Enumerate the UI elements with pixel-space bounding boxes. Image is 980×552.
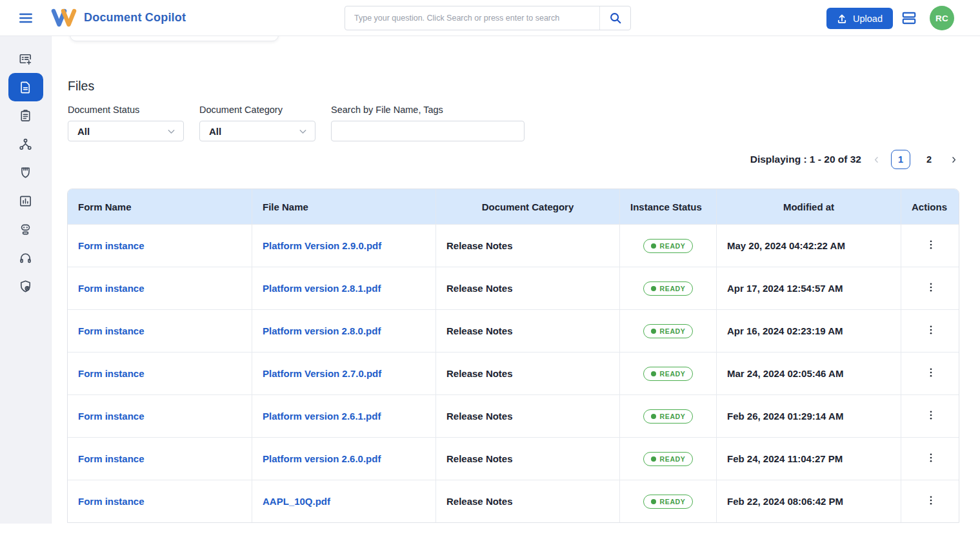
pagination-prev-button[interactable] <box>870 150 882 169</box>
global-search <box>345 6 631 30</box>
search-icon[interactable] <box>599 6 630 30</box>
sidebar-item-shield-user[interactable] <box>8 272 43 300</box>
row-actions-button[interactable] <box>920 321 942 341</box>
global-search-input[interactable] <box>345 6 599 30</box>
document-category-cell: Release Notes <box>446 240 513 251</box>
modified-at-cell: Feb 26, 2024 01:29:14 AM <box>727 411 843 422</box>
document-category-select[interactable]: All <box>199 121 315 141</box>
files-table: Form NameFile NameDocument CategoryInsta… <box>67 189 959 523</box>
table-row: Form instance AAPL_10Q.pdf Release Notes… <box>68 480 959 522</box>
row-actions-button[interactable] <box>920 363 942 383</box>
form-name-link[interactable]: Form instance <box>78 453 145 464</box>
sidebar-item-analytics[interactable] <box>8 187 43 215</box>
status-dot-icon <box>651 329 656 334</box>
form-name-link[interactable]: Form instance <box>78 411 145 422</box>
upload-button[interactable]: Upload <box>826 8 893 29</box>
page-button[interactable]: 2 <box>919 150 939 169</box>
filter-document-status: Document Status All <box>68 105 184 141</box>
row-actions-button[interactable] <box>920 491 942 511</box>
column-header: File Name <box>252 189 436 224</box>
file-name-link[interactable]: Platform version 2.8.1.pdf <box>263 283 381 294</box>
document-category-label: Document Category <box>199 105 315 115</box>
file-search-input[interactable] <box>331 121 525 141</box>
modified-at-cell: Apr 16, 2024 02:23:19 AM <box>727 325 843 336</box>
document-category-cell: Release Notes <box>446 325 513 336</box>
file-name-link[interactable]: Platform version 2.6.0.pdf <box>263 453 381 464</box>
modified-at-cell: Mar 24, 2024 02:05:46 AM <box>727 368 843 379</box>
file-name-link[interactable]: Platform Version 2.7.0.pdf <box>263 368 381 379</box>
column-header: Modified at <box>717 189 901 224</box>
status-dot-icon <box>651 371 656 376</box>
document-category-cell: Release Notes <box>446 411 513 422</box>
form-name-link[interactable]: Form instance <box>78 283 145 294</box>
sidebar-item-documents[interactable] <box>8 73 43 101</box>
table-row: Form instance Platform version 2.8.0.pdf… <box>68 309 959 352</box>
pagination-next-button[interactable] <box>948 150 959 169</box>
brand-logo <box>50 8 77 30</box>
app-window: Document Copilot Upload RC <box>0 0 980 552</box>
sidebar-item-workflow[interactable] <box>8 130 43 158</box>
form-name-link[interactable]: Form instance <box>78 240 145 251</box>
chevron-down-icon <box>297 126 308 137</box>
status-dot-icon <box>651 499 656 504</box>
page-button[interactable]: 1 <box>891 150 910 169</box>
row-actions-button[interactable] <box>920 278 942 298</box>
file-name-link[interactable]: Platform version 2.6.1.pdf <box>263 411 381 422</box>
sidebar-item-assistant[interactable] <box>8 215 43 243</box>
modified-at-cell: Feb 22, 2024 08:06:42 PM <box>727 496 843 507</box>
form-name-link[interactable]: Form instance <box>78 325 145 336</box>
clipboard-icon <box>18 108 33 123</box>
chevron-right-icon <box>949 155 959 165</box>
menu-icon[interactable] <box>17 10 35 26</box>
row-actions-button[interactable] <box>920 449 942 469</box>
page-title: Files <box>68 79 980 94</box>
sidebar-item-clipboard[interactable] <box>8 101 43 130</box>
shield-user-icon <box>18 279 33 294</box>
upload-label: Upload <box>853 14 883 24</box>
pagination-pages: 12 <box>891 150 939 169</box>
assistant-icon <box>18 222 33 237</box>
row-actions-button[interactable] <box>920 406 942 426</box>
workflow-icon <box>18 137 33 152</box>
sidebar-item-form-add[interactable] <box>8 45 43 73</box>
document-category-cell: Release Notes <box>446 496 513 507</box>
form-add-icon <box>18 52 33 66</box>
stack-icon[interactable] <box>900 10 918 26</box>
status-label: READY <box>660 327 686 335</box>
status-label: READY <box>660 285 686 292</box>
kebab-menu-icon <box>925 323 937 336</box>
filters-bar: Document Status All Document Category Al… <box>68 105 980 141</box>
sidebar-item-shield[interactable] <box>8 158 43 187</box>
status-badge: READY <box>643 239 694 253</box>
chevron-left-icon <box>872 155 881 165</box>
document-icon <box>18 80 33 95</box>
file-name-link[interactable]: Platform Version 2.9.0.pdf <box>263 240 381 251</box>
document-status-select[interactable]: All <box>68 121 184 141</box>
status-dot-icon <box>651 456 656 462</box>
form-name-link[interactable]: Form instance <box>78 368 145 379</box>
headset-icon <box>18 250 33 265</box>
upload-icon <box>837 14 847 24</box>
status-badge: READY <box>643 324 694 338</box>
modified-at-cell: Feb 24, 2024 11:04:27 PM <box>727 453 843 464</box>
form-name-link[interactable]: Form instance <box>78 496 145 507</box>
kebab-menu-icon <box>925 451 937 464</box>
table-row: Form instance Platform Version 2.9.0.pdf… <box>68 224 959 267</box>
column-header: Instance Status <box>620 189 717 224</box>
pagination-display-text: Displaying : 1 - 20 of 32 <box>750 154 861 165</box>
sidebar-item-headset[interactable] <box>8 243 43 272</box>
avatar[interactable]: RC <box>930 6 954 30</box>
chevron-down-icon <box>166 126 177 137</box>
document-status-label: Document Status <box>68 105 184 115</box>
filter-document-category: Document Category All <box>199 105 315 141</box>
modified-at-cell: Apr 17, 2024 12:54:57 AM <box>727 283 843 294</box>
status-dot-icon <box>651 243 656 249</box>
shield-icon <box>18 165 33 180</box>
column-header: Document Category <box>436 189 620 224</box>
file-name-link[interactable]: Platform version 2.8.0.pdf <box>263 325 381 336</box>
row-actions-button[interactable] <box>920 236 942 256</box>
table-row: Form instance Platform version 2.6.0.pdf… <box>68 437 959 480</box>
status-label: READY <box>660 242 686 250</box>
status-label: READY <box>660 498 686 506</box>
file-name-link[interactable]: AAPL_10Q.pdf <box>263 496 330 507</box>
